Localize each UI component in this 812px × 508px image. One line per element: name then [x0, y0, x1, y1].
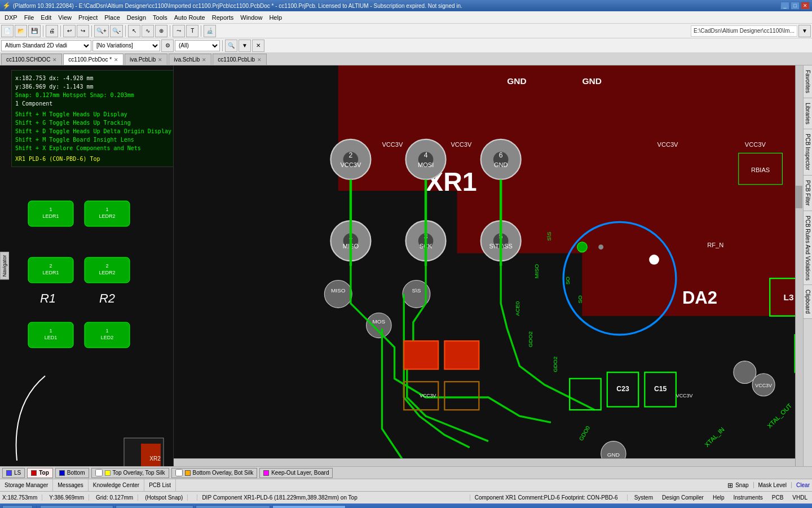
svg-text:GND: GND: [507, 76, 526, 86]
variation-btn[interactable]: ⚙: [161, 40, 174, 52]
menu-file[interactable]: File: [21, 13, 38, 22]
tab-pcbdoc[interactable]: cc1100.PcbDoc * ✕: [63, 54, 123, 65]
wire-button[interactable]: ∿: [142, 25, 154, 37]
menu-edit[interactable]: Edit: [37, 13, 55, 22]
layer-tab-top[interactable]: Top: [27, 468, 53, 478]
tab-pcblib-close[interactable]: ✕: [158, 57, 162, 63]
tab-pcblib[interactable]: iva.PcbLib ✕: [125, 54, 167, 65]
svg-text:LEDR1: LEDR1: [42, 270, 59, 275]
clear-button[interactable]: Clear: [796, 482, 810, 488]
route-button[interactable]: ⤳: [173, 25, 185, 37]
select-button[interactable]: ↖: [128, 25, 140, 37]
left-panel: Navigator x:182.753 dx: -4.928 mm y:386.…: [0, 65, 174, 466]
pcb-btn[interactable]: PCB: [770, 494, 786, 501]
svg-text:S\S: S\S: [412, 287, 421, 294]
right-panel-rules[interactable]: PCB Rules And Violations: [804, 211, 812, 286]
status-row: Storage Manager Messages Knowledge Cente…: [0, 479, 812, 491]
svg-text:GND: GND: [494, 161, 508, 168]
save-button[interactable]: 💾: [28, 25, 41, 37]
system-btn[interactable]: System: [632, 494, 655, 501]
svg-text:VCC3V: VCC3V: [451, 141, 472, 148]
svg-text:1: 1: [49, 328, 52, 334]
component-button[interactable]: ⊕: [155, 25, 167, 37]
svg-text:RF_N: RF_N: [707, 242, 723, 248]
layer-select[interactable]: Altium Standard 2D vladi: [1, 40, 91, 51]
layer-tab-keepout[interactable]: Keep-Out Layer, Board: [259, 468, 333, 478]
menu-place[interactable]: Place: [101, 13, 123, 22]
svg-text:2: 2: [105, 263, 108, 269]
taskbar-app-2[interactable]: 📘 D:\AltiumDesignerHel...: [116, 505, 193, 508]
path-dropdown-button[interactable]: ▼: [798, 25, 811, 37]
layer-dot-ls: [6, 470, 12, 476]
menu-window[interactable]: Window: [237, 13, 266, 22]
tab-schdoc-close[interactable]: ✕: [52, 57, 57, 63]
vertical-scrollbar-thumb[interactable]: [796, 186, 802, 208]
redo-button[interactable]: ↪: [77, 25, 89, 37]
right-panel-clipboard[interactable]: Clipboard: [804, 285, 812, 319]
text-button[interactable]: T: [186, 25, 198, 37]
tab-pcbdoc-close[interactable]: ✕: [114, 57, 118, 63]
inspect-button[interactable]: 🔬: [204, 25, 216, 37]
vertical-scrollbar[interactable]: [795, 65, 803, 466]
toolbar-sep-3: [91, 25, 92, 37]
tab-schdoc[interactable]: cc1100.SCHDOC ✕: [1, 54, 62, 65]
taskbar-app-3[interactable]: 📗 Module 18 - Routing...: [196, 505, 270, 508]
layer-tab-ls[interactable]: LS: [2, 468, 25, 478]
menu-dxp[interactable]: DXP: [1, 13, 21, 22]
tab-pcblib2-close[interactable]: ✕: [257, 57, 262, 63]
right-panel-favorites[interactable]: Favorites: [804, 65, 812, 98]
right-panel-libraries[interactable]: Libraries: [804, 98, 812, 129]
menu-help[interactable]: Help: [266, 13, 285, 22]
tab-schlib[interactable]: iva.SchLib ✕: [169, 54, 211, 65]
search-button[interactable]: 🔍: [225, 40, 237, 52]
layer-tab-bottom[interactable]: Bottom: [55, 468, 89, 478]
knowledge-center-btn[interactable]: Knowledge Center: [89, 479, 144, 491]
messages-btn[interactable]: Messages: [53, 479, 89, 491]
new-button[interactable]: 📄: [1, 25, 14, 37]
right-panel-filter[interactable]: PCB Filter: [804, 176, 812, 211]
title-bar: ⚡ (Platform 10.391.22084) - E:\CadDsn\Al…: [0, 0, 812, 11]
taskbar-app-1[interactable]: 🌐 Как в Altium сделат...: [40, 505, 113, 508]
zoom-out-button[interactable]: 🔍-: [110, 25, 123, 37]
menu-autoroute[interactable]: Auto Route: [171, 13, 209, 22]
storage-manager-btn[interactable]: Storage Manager: [0, 479, 53, 491]
design-compiler-btn[interactable]: Design Compiler: [660, 494, 706, 501]
pcb-canvas[interactable]: GND GND VCC3V VCC3V VCC3V VCC3V XR1 2 VC…: [174, 65, 803, 466]
open-button[interactable]: 📂: [15, 25, 27, 37]
menu-project[interactable]: Project: [75, 13, 101, 22]
right-panel-inspector[interactable]: PCB Inspector: [804, 129, 812, 175]
net-select[interactable]: (All): [175, 40, 220, 51]
svg-text:MISO: MISO: [331, 287, 346, 294]
filter-button[interactable]: ▼: [239, 40, 251, 52]
svg-text:L3: L3: [783, 292, 793, 302]
tab-pcblib2[interactable]: cc1100.PcbLib ✕: [213, 54, 267, 65]
zoom-in-button[interactable]: 🔍+: [94, 25, 109, 37]
layer-dot-bottom: [59, 470, 65, 476]
clear-filter-button[interactable]: ✕: [252, 40, 264, 52]
undo-button[interactable]: ↩: [63, 25, 76, 37]
start-button[interactable]: 🪟 пуск: [2, 505, 33, 508]
taskbar-app-4[interactable]: ⚡ (Platform 10.391.22...: [272, 505, 346, 508]
toolbar-sep-5: [170, 25, 170, 37]
title-bar-left: ⚡ (Platform 10.391.22084) - E:\CadDsn\Al…: [2, 2, 462, 10]
vhdl-btn[interactable]: VHDL: [790, 494, 810, 501]
tab-schlib-close[interactable]: ✕: [202, 57, 206, 63]
menu-tools[interactable]: Tools: [149, 13, 171, 22]
maximize-button[interactable]: □: [791, 2, 800, 10]
y-coord: Y:386.969mm: [49, 494, 89, 501]
close-button[interactable]: ✕: [801, 2, 810, 10]
menu-view[interactable]: View: [55, 13, 75, 22]
layer-tab-top-overlay[interactable]: Top Overlay, Top Silk: [91, 468, 169, 478]
layer-tab-bottom-overlay[interactable]: Bottom Overlay, Bot Silk: [171, 468, 258, 478]
top-overlay-checkbox[interactable]: [95, 469, 103, 476]
variation-select[interactable]: [No Variations]: [92, 40, 160, 51]
menu-design[interactable]: Design: [123, 13, 149, 22]
help-btn[interactable]: Help: [710, 494, 727, 501]
pcb-list-btn[interactable]: PCB List: [144, 479, 176, 491]
bottom-overlay-checkbox[interactable]: [175, 469, 183, 476]
menu-reports[interactable]: Reports: [209, 13, 237, 22]
horizontal-scrollbar[interactable]: [174, 458, 795, 466]
print-button[interactable]: 🖨: [46, 25, 58, 37]
minimize-button[interactable]: _: [780, 2, 789, 10]
instruments-btn[interactable]: Instruments: [731, 494, 765, 501]
